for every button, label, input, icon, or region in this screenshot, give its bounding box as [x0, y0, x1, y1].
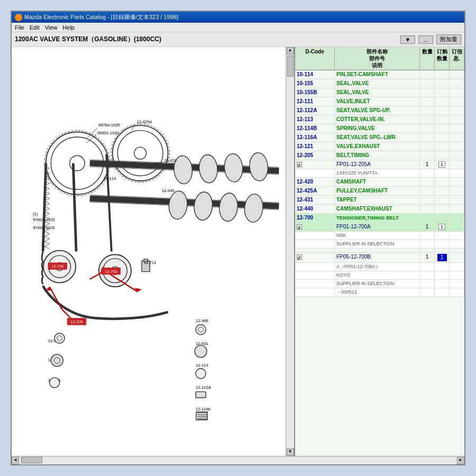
svg-text:12-114b: 12-114b	[196, 407, 210, 411]
menu-bar: File Edit View Help	[12, 23, 464, 32]
window-title: Mazda Electronic Parts Catalog - [目録圖像/文…	[24, 13, 178, 21]
top-bar: 1200AC VALVE SYSTEM（GASOLINE）(1800CC) ▼ …	[12, 32, 464, 47]
list-item[interactable]: 10-155 SEAL,VALVE	[295, 79, 464, 88]
list-item[interactable]: 12-111 VALVE,INLET	[295, 97, 464, 106]
svg-text:12-440: 12-440	[162, 188, 175, 193]
col-order: 订购数量	[435, 47, 450, 70]
list-item[interactable]: 12-205 BELT,TIMING	[295, 151, 464, 160]
menu-file[interactable]: File	[15, 24, 24, 31]
list-item: KOYO	[295, 271, 464, 280]
list-item[interactable]: 12-112A SEAT,VALVE SPG-UP.	[295, 106, 464, 115]
scroll-track-h	[19, 457, 457, 464]
list-item[interactable]: ✓ FP05-12-700B 1 1	[295, 253, 464, 263]
scroll-track	[287, 54, 294, 448]
checkbox[interactable]: ✓	[297, 224, 302, 230]
diagram-area: 12-750 12-700 12-205 99784-1035 99951-10…	[12, 47, 295, 456]
svg-point-66	[51, 354, 63, 367]
svg-point-64	[54, 333, 65, 343]
scroll-up-button[interactable]: ▲	[287, 47, 294, 54]
svg-text:99951-1030: 99951-1030	[97, 131, 119, 135]
col-info: 订信息.	[450, 47, 464, 70]
table-header: D-Code 部件名称部件号说明 数量 订购数量 订信息.	[295, 47, 464, 70]
svg-point-75	[196, 369, 206, 379]
svg-text:99784-1035: 99784-1035	[98, 123, 120, 127]
parts-table: D-Code 部件名称部件号说明 数量 订购数量 订信息. 10-114 PIN…	[295, 47, 464, 456]
svg-text:12-750: 12-750	[51, 264, 64, 269]
list-item: 133YU25 YUNITTA	[295, 169, 464, 178]
svg-point-70	[196, 325, 206, 335]
list-item[interactable]: ✓ FP01-12-205A 1 1	[295, 160, 464, 169]
col-dcode: D-Code	[295, 47, 335, 70]
app-logo	[15, 14, 22, 21]
horizontal-scrollbar[interactable]: ◄ ►	[12, 456, 464, 464]
list-item[interactable]: 12-121 VALVE,EXHAUST	[295, 142, 464, 151]
col-qty: 数量	[420, 47, 435, 70]
svg-point-73	[195, 345, 207, 358]
checkbox[interactable]: ✓	[297, 162, 302, 167]
menu-help[interactable]: Help	[62, 24, 75, 31]
list-item: SUPPLIER IN SELECTION	[295, 280, 464, 288]
list-item[interactable]: 12-425A PULLEY,CAMSHAFT	[295, 187, 464, 196]
list-item	[295, 249, 464, 253]
vertical-scrollbar[interactable]: ▲ ▼	[286, 47, 294, 456]
svg-point-68	[50, 378, 60, 388]
title-bar: Mazda Electronic Parts Catalog - [目録圖像/文…	[12, 12, 464, 23]
svg-text:12-966: 12-966	[196, 318, 208, 323]
svg-text:9YA02-1033: 9YA02-1033	[33, 225, 55, 230]
list-item: NSK	[295, 232, 464, 240]
svg-rect-77	[196, 392, 206, 398]
menu-view[interactable]: View	[45, 24, 58, 31]
main-window: Mazda Electronic Parts Catalog - [目録圖像/文…	[11, 11, 465, 465]
list-item[interactable]: 12-116A SEAT,VALVE SPG.-LWR	[295, 133, 464, 142]
scroll-thumb[interactable]	[21, 457, 42, 463]
section-title: 1200AC VALVE SYSTEM（GASOLINE）(1800CC)	[15, 35, 397, 44]
svg-text:10-114: 10-114	[104, 176, 116, 181]
list-item[interactable]: 12-114B SPRING,VALVE	[295, 124, 464, 133]
dropdown-button[interactable]: ▼	[400, 35, 415, 44]
scroll-right-button[interactable]: ►	[457, 457, 464, 464]
list-item: A（FP01-12-700A）	[295, 263, 464, 271]
outer-frame: Mazda Electronic Parts Catalog - [目録圖像/文…	[0, 0, 476, 476]
list-item[interactable]: 10-155B SEAL,VALVE	[295, 88, 464, 97]
list-item[interactable]: 12-700 TENSIONER,TIMING BELT	[295, 214, 464, 223]
ellipsis-button[interactable]: ...	[418, 35, 433, 44]
list-item[interactable]: ✓ FP01-12-700A 1 1	[295, 223, 464, 232]
svg-text:12-425A: 12-425A	[136, 120, 152, 124]
menu-edit[interactable]: Edit	[30, 24, 40, 31]
svg-text:12-420: 12-420	[164, 158, 177, 163]
svg-text:9YA02-1033: 9YA02-1033	[33, 217, 55, 222]
content-area: 12-750 12-700 12-205 99784-1035 99951-10…	[12, 47, 464, 456]
svg-text:12-711: 12-711	[144, 260, 157, 265]
parts-diagram: 12-750 12-700 12-205 99784-1035 99951-10…	[12, 47, 294, 456]
svg-text:12-700: 12-700	[105, 269, 117, 274]
checkbox[interactable]: ✓	[297, 254, 302, 260]
list-item[interactable]: 12-440 CAMSHAFT,EXHAUST	[295, 205, 464, 214]
list-item[interactable]: 10-114 PIN,SET-CAMSHAFT	[295, 70, 464, 79]
extra-button[interactable]: 附加量	[436, 34, 461, 44]
svg-text:12-112A: 12-112A	[196, 385, 212, 390]
scroll-left-button[interactable]: ◄	[12, 457, 19, 464]
svg-text:(1): (1)	[33, 212, 38, 216]
list-item[interactable]: 12-431 TAPPET	[295, 196, 464, 205]
parts-list: 10-114 PIN,SET-CAMSHAFT 10-155 SEAL,VALV…	[295, 70, 464, 456]
order-input[interactable]: 1	[437, 254, 447, 261]
list-item[interactable]: 12-420 CAMSHAFT	[295, 178, 464, 187]
col-partname: 部件名称部件号说明	[335, 47, 420, 70]
svg-text:12-205: 12-205	[70, 319, 83, 324]
scroll-down-button[interactable]: ▼	[287, 448, 294, 456]
list-item: －000512	[295, 288, 464, 297]
list-item: SUPPLIER IN SELECTION	[295, 240, 464, 249]
svg-text:12-113: 12-113	[196, 363, 208, 368]
list-item[interactable]: 12-113 COTTER,VALVE-IN.	[295, 115, 464, 124]
